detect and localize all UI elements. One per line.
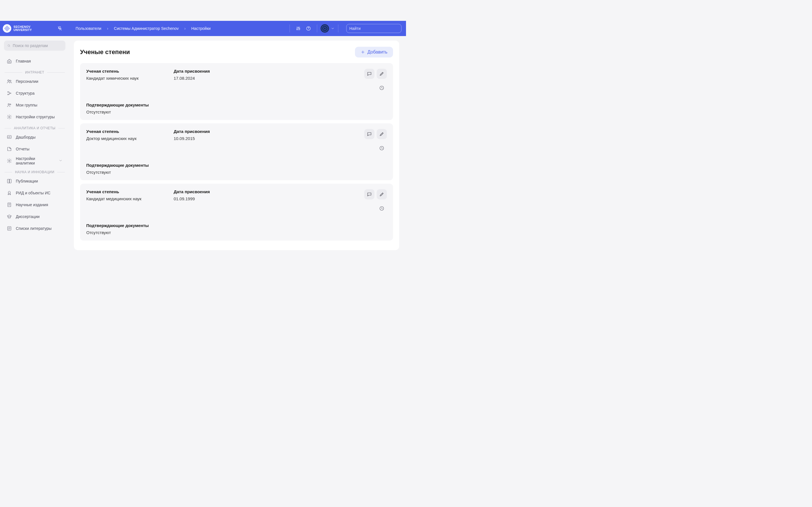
sidebar-item[interactable]: Научные издания <box>4 199 65 211</box>
top-search-input[interactable] <box>349 26 399 31</box>
panel-header: Ученые степени Добавить <box>80 47 393 57</box>
divider <box>290 24 290 33</box>
sidebar-item-label: Отчеты <box>16 147 29 151</box>
sidebar-item-label: Структура <box>16 91 35 96</box>
field-value: 10.09.2015 <box>174 136 244 141</box>
degree-card: Ученая степеньДоктор медицинских наукДат… <box>80 123 393 180</box>
sidebar-item[interactable]: Дашборды <box>4 131 65 143</box>
logo-text: SECHENOV UNIVERSITY <box>13 25 32 32</box>
user-menu[interactable] <box>320 24 335 33</box>
sidebar-search-input[interactable] <box>13 43 62 48</box>
breadcrumb-item[interactable]: Настройки <box>191 26 211 31</box>
sidebar: Главная ИНТРАНЕТПерсоналииСтруктураМои г… <box>0 36 69 253</box>
sidebar-item[interactable]: Отчеты <box>4 143 65 155</box>
field-label: Ученая степень <box>86 69 157 73</box>
sidebar-item[interactable]: Списки литературы <box>4 223 65 234</box>
breadcrumb-item[interactable]: Пользователи <box>75 26 101 31</box>
edit-button[interactable] <box>377 129 387 139</box>
sidebar-section-label: АНАЛИТИКА И ОТЧЕТЫ <box>4 126 65 130</box>
breadcrumb: Пользователи › Системы Администратор Sec… <box>75 26 286 31</box>
sidebar-item[interactable]: Настройки структуры <box>4 111 65 123</box>
field-degree: Ученая степеньКандидат химических наук <box>86 69 157 80</box>
chevron-right-icon: › <box>185 26 186 31</box>
users-icon <box>7 79 12 84</box>
field-docs: Подтверждающие документыОтсутствуют <box>86 223 357 235</box>
history-button[interactable] <box>377 83 387 93</box>
chevron-right-icon: › <box>107 26 108 31</box>
field-value: 01.09.1999 <box>174 196 244 201</box>
logo[interactable]: SECHENOV UNIVERSITY <box>3 24 54 33</box>
card-actions <box>364 129 387 175</box>
add-degree-button[interactable]: Добавить <box>355 47 393 57</box>
journal-icon <box>7 202 12 207</box>
breadcrumb-item[interactable]: Системы Администратор Sechenov <box>114 26 179 31</box>
field-label: Дата присвоения <box>174 129 244 134</box>
list-icon <box>7 226 12 231</box>
help-icon[interactable] <box>303 23 313 34</box>
sidebar-item-label: Научные издания <box>16 203 48 207</box>
divider <box>338 24 338 33</box>
edit-button[interactable] <box>377 69 387 79</box>
field-label: Дата присвоения <box>174 189 244 194</box>
home-icon <box>7 59 12 64</box>
group-icon <box>7 103 12 108</box>
sidebar-item[interactable]: Публикации <box>4 175 65 187</box>
comment-button[interactable] <box>364 129 374 139</box>
sidebar-item-label: Дашборды <box>16 135 36 139</box>
sidebar-item[interactable]: Персоналии <box>4 75 65 87</box>
gear-icon <box>7 158 12 163</box>
gear-icon <box>7 114 12 119</box>
topbar-actions <box>286 23 402 34</box>
book-icon <box>7 179 12 184</box>
svg-point-10 <box>9 116 10 118</box>
sidebar-section-label: НАУКА И ИННОВАЦИИ <box>4 170 65 174</box>
field-value: Отсутствуют <box>86 110 357 114</box>
top-search[interactable] <box>346 24 402 33</box>
org-icon <box>7 91 12 96</box>
sidebar-item[interactable]: Настройки аналитики <box>4 155 65 167</box>
edit-button[interactable] <box>377 189 387 200</box>
comment-button[interactable] <box>364 189 374 200</box>
sidebar-item-label: Списки литературы <box>16 226 52 231</box>
field-label: Дата присвоения <box>174 69 244 73</box>
sidebar-item[interactable]: Диссертации <box>4 211 65 223</box>
sidebar-search[interactable] <box>4 41 65 51</box>
sidebar-item-home[interactable]: Главная <box>4 55 65 67</box>
dashboard-icon <box>7 135 12 140</box>
settings-sliders-icon[interactable] <box>293 23 303 34</box>
field-degree: Ученая степеньДоктор медицинских наук <box>86 129 157 141</box>
sidebar-item-label: Главная <box>16 59 31 63</box>
svg-rect-14 <box>8 203 11 207</box>
card-content: Ученая степеньКандидат химических наукДа… <box>86 69 357 114</box>
card-content: Ученая степеньДоктор медицинских наукДат… <box>86 129 357 175</box>
sidebar-item-label: Мои группы <box>16 103 37 107</box>
panel-degrees: Ученые степени Добавить Ученая степеньКа… <box>74 41 399 250</box>
svg-point-2 <box>8 45 10 46</box>
card-actions <box>364 69 387 114</box>
pin-icon[interactable] <box>55 24 64 33</box>
sidebar-item[interactable]: Мои группы <box>4 99 65 111</box>
card-content: Ученая степеньКандидат медицинских наукД… <box>86 189 357 235</box>
field-value: Отсутствуют <box>86 170 357 175</box>
field-degree: Ученая степеньКандидат медицинских наук <box>86 189 157 201</box>
sidebar-item-label: Публикации <box>16 179 38 183</box>
sidebar-item[interactable]: РИД и объекты ИС <box>4 187 65 199</box>
field-value: Отсутствуют <box>86 230 357 235</box>
field-value: Доктор медицинских наук <box>86 136 157 141</box>
svg-point-12 <box>9 160 10 162</box>
sidebar-item[interactable]: Структура <box>4 87 65 99</box>
field-label: Ученая степень <box>86 189 157 194</box>
svg-point-9 <box>10 104 11 105</box>
chevron-down-icon <box>331 26 335 31</box>
report-icon <box>7 147 12 152</box>
avatar <box>320 24 329 33</box>
svg-point-8 <box>8 104 10 105</box>
comment-button[interactable] <box>364 69 374 79</box>
field-value: 17.08.2024 <box>174 76 244 80</box>
plus-icon <box>361 50 365 54</box>
history-button[interactable] <box>377 203 387 214</box>
history-button[interactable] <box>377 143 387 153</box>
field-docs: Подтверждающие документыОтсутствуют <box>86 163 357 175</box>
logo-icon <box>3 24 11 33</box>
sidebar-item-label: Настройки структуры <box>16 115 55 119</box>
